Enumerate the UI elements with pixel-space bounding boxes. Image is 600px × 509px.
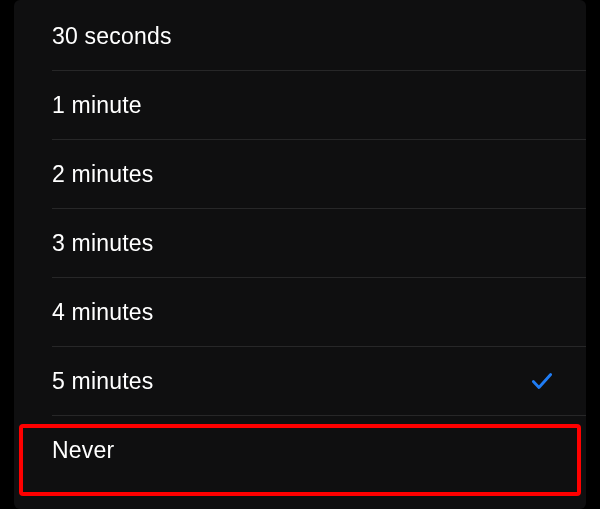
option-label: 2 minutes bbox=[52, 161, 154, 188]
checkmark-icon bbox=[528, 367, 556, 395]
option-label: 1 minute bbox=[52, 92, 142, 119]
auto-lock-options-list: 30 seconds 1 minute 2 minutes 3 minutes … bbox=[14, 0, 586, 484]
option-label: 4 minutes bbox=[52, 299, 154, 326]
option-label: Never bbox=[52, 437, 114, 464]
option-never[interactable]: Never bbox=[14, 416, 586, 484]
option-label: 3 minutes bbox=[52, 230, 154, 257]
option-2-minutes[interactable]: 2 minutes bbox=[14, 140, 586, 208]
option-4-minutes[interactable]: 4 minutes bbox=[14, 278, 586, 346]
settings-panel: 30 seconds 1 minute 2 minutes 3 minutes … bbox=[14, 0, 586, 509]
option-5-minutes[interactable]: 5 minutes bbox=[14, 347, 586, 415]
option-label: 30 seconds bbox=[52, 23, 172, 50]
option-1-minute[interactable]: 1 minute bbox=[14, 71, 586, 139]
option-3-minutes[interactable]: 3 minutes bbox=[14, 209, 586, 277]
option-label: 5 minutes bbox=[52, 368, 154, 395]
option-30-seconds[interactable]: 30 seconds bbox=[14, 2, 586, 70]
